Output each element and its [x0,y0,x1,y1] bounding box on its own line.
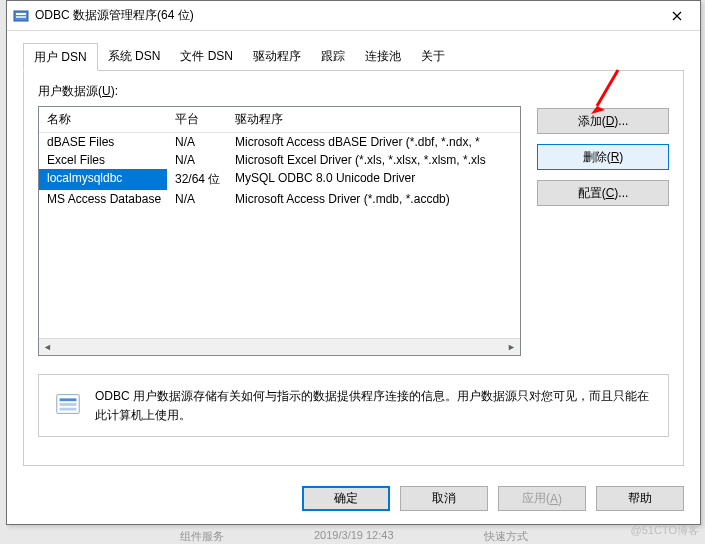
cell-platform: 32/64 位 [167,169,227,190]
close-icon [672,11,682,21]
col-driver[interactable]: 驱动程序 [227,107,520,132]
window-title: ODBC 数据源管理程序(64 位) [35,7,654,24]
col-name[interactable]: 名称 [39,107,167,132]
tab-5[interactable]: 连接池 [355,43,411,70]
scroll-right-button[interactable]: ► [503,339,520,355]
tab-6[interactable]: 关于 [411,43,455,70]
apply-button[interactable]: 应用(A) [498,486,586,511]
info-box: ODBC 用户数据源存储有关如何与指示的数据提供程序连接的信息。用户数据源只对您… [38,374,669,437]
bg-time: 2019/3/19 12:43 [314,529,394,544]
tabstrip: 用户 DSN系统 DSN文件 DSN驱动程序跟踪连接池关于 [23,43,684,71]
cancel-button[interactable]: 取消 [400,486,488,511]
dialog-buttons: 确定 取消 应用(A) 帮助 [7,476,700,524]
add-button[interactable]: 添加(D)... [537,108,669,134]
cell-name: dBASE Files [39,133,167,151]
side-buttons: 添加(D)... 删除(R) 配置(C)... [537,106,669,356]
svg-rect-6 [60,398,77,401]
ok-button[interactable]: 确定 [302,486,390,511]
background-fragments: 组件服务 2019/3/19 12:43 快速方式 [180,529,528,544]
dsn-listview[interactable]: 名称 平台 驱动程序 dBASE FilesN/AMicrosoft Acces… [38,106,521,356]
titlebar[interactable]: ODBC 数据源管理程序(64 位) [7,1,700,31]
table-row[interactable]: localmysqldbc32/64 位MySQL ODBC 8.0 Unico… [39,169,520,190]
cell-name: localmysqldbc [39,169,167,190]
tab-2[interactable]: 文件 DSN [170,43,243,70]
cell-driver: Microsoft Access dBASE Driver (*.dbf, *.… [227,133,520,151]
remove-button[interactable]: 删除(R) [537,144,669,170]
svg-rect-8 [60,408,77,411]
tab-body-user-dsn: 用户数据源(U): 名称 平台 驱动程序 dBASE FilesN/AMicro… [23,71,684,466]
tab-0[interactable]: 用户 DSN [23,43,98,71]
cell-platform: N/A [167,151,227,169]
cell-driver: Microsoft Excel Driver (*.xls, *.xlsx, *… [227,151,520,169]
col-platform[interactable]: 平台 [167,107,227,132]
info-text: ODBC 用户数据源存储有关如何与指示的数据提供程序连接的信息。用户数据源只对您… [95,387,654,424]
odbc-admin-window: ODBC 数据源管理程序(64 位) 用户 DSN系统 DSN文件 DSN驱动程… [6,0,701,525]
svg-rect-7 [60,403,77,406]
user-dsn-label: 用户数据源(U): [38,83,669,100]
list-header[interactable]: 名称 平台 驱动程序 [39,107,520,133]
h-scrollbar[interactable]: ◄ ► [39,338,520,355]
watermark: @51CTO博客 [631,523,699,538]
cell-platform: N/A [167,133,227,151]
bg-svc: 组件服务 [180,529,224,544]
tab-4[interactable]: 跟踪 [311,43,355,70]
configure-button[interactable]: 配置(C)... [537,180,669,206]
tab-1[interactable]: 系统 DSN [98,43,171,70]
client-area: 用户 DSN系统 DSN文件 DSN驱动程序跟踪连接池关于 用户数据源(U): … [7,31,700,476]
table-row[interactable]: Excel FilesN/AMicrosoft Excel Driver (*.… [39,151,520,169]
close-button[interactable] [654,1,700,30]
table-row[interactable]: dBASE FilesN/AMicrosoft Access dBASE Dri… [39,133,520,151]
help-button[interactable]: 帮助 [596,486,684,511]
table-row[interactable]: MS Access DatabaseN/AMicrosoft Access Dr… [39,190,520,208]
cell-name: MS Access Database [39,190,167,208]
cell-driver: MySQL ODBC 8.0 Unicode Driver [227,169,520,190]
datasource-icon [53,389,83,419]
scroll-left-button[interactable]: ◄ [39,339,56,355]
app-icon [13,8,29,24]
cell-platform: N/A [167,190,227,208]
tab-3[interactable]: 驱动程序 [243,43,311,70]
svg-rect-2 [16,16,26,18]
svg-rect-1 [16,13,26,15]
cell-name: Excel Files [39,151,167,169]
cell-driver: Microsoft Access Driver (*.mdb, *.accdb) [227,190,520,208]
bg-mode: 快速方式 [484,529,528,544]
